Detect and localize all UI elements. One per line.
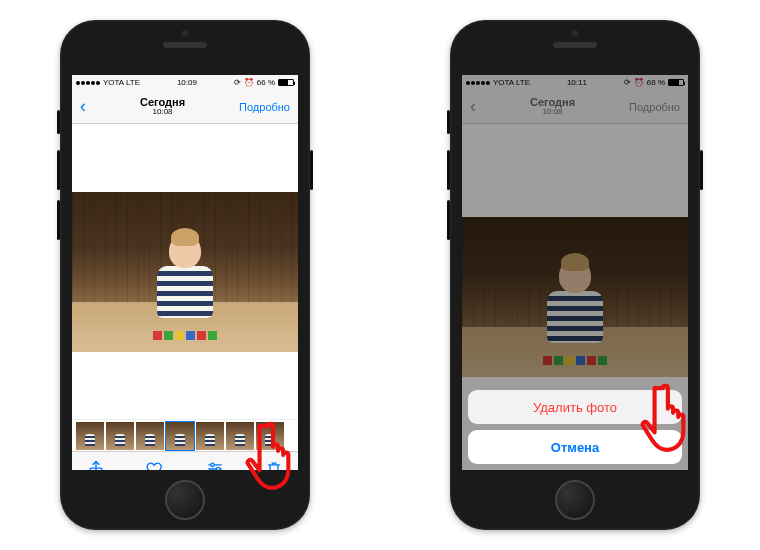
details-button[interactable]: Подробно [239, 101, 290, 113]
thumbnail[interactable] [136, 422, 164, 450]
svg-point-2 [216, 467, 219, 470]
nav-title: Сегодня 10:08 [140, 96, 185, 117]
sliders-icon[interactable] [205, 459, 225, 471]
iphone-right: YOTA LTE 10:11 ⟳ ⏰ 68 % ‹ Сегодня 10:08 … [450, 20, 700, 530]
action-sheet: Удалить фото Отмена [468, 390, 682, 464]
thumbnail[interactable] [106, 422, 134, 450]
battery-icon [278, 79, 294, 86]
mute-switch [447, 110, 450, 134]
chevron-left-icon: ‹ [80, 96, 86, 116]
back-button[interactable]: ‹ [80, 96, 86, 117]
svg-point-1 [210, 463, 213, 466]
cancel-button[interactable]: Отмена [468, 430, 682, 464]
thumbnail[interactable] [76, 422, 104, 450]
trash-icon[interactable] [264, 459, 284, 471]
mute-switch [57, 110, 60, 134]
heart-icon[interactable] [145, 459, 165, 471]
status-bar: YOTA LTE 10:09 ⟳ ⏰ 66 % [72, 75, 298, 90]
delete-photo-button[interactable]: Удалить фото [468, 390, 682, 424]
volume-down [57, 200, 60, 240]
signal-icon [76, 81, 100, 85]
power-button [700, 150, 703, 190]
power-button [310, 150, 313, 190]
thumbnail-selected[interactable] [166, 422, 194, 450]
clock-label: 10:09 [177, 78, 197, 87]
battery-percent: 66 % [257, 78, 275, 87]
photo-viewer[interactable] [72, 124, 298, 419]
screen-left: YOTA LTE 10:09 ⟳ ⏰ 66 % ‹ Сегодня 10:08 … [72, 75, 298, 470]
rotation-lock-icon: ⟳ [234, 78, 241, 87]
photo-content [72, 192, 298, 352]
thumbnail[interactable] [256, 422, 284, 450]
volume-up [57, 150, 60, 190]
share-icon[interactable] [86, 459, 106, 471]
home-button[interactable] [555, 480, 595, 520]
volume-down [447, 200, 450, 240]
bottom-toolbar [72, 451, 298, 470]
screen-right: YOTA LTE 10:11 ⟳ ⏰ 68 % ‹ Сегодня 10:08 … [462, 75, 688, 470]
nav-subtitle-text: 10:08 [140, 108, 185, 117]
carrier-label: YOTA LTE [103, 78, 140, 87]
alarm-icon: ⏰ [244, 78, 254, 87]
nav-bar: ‹ Сегодня 10:08 Подробно [72, 90, 298, 124]
iphone-left: YOTA LTE 10:09 ⟳ ⏰ 66 % ‹ Сегодня 10:08 … [60, 20, 310, 530]
thumbnail[interactable] [196, 422, 224, 450]
home-button[interactable] [165, 480, 205, 520]
volume-up [447, 150, 450, 190]
thumbnail[interactable] [226, 422, 254, 450]
thumbnail-strip[interactable] [72, 419, 298, 451]
